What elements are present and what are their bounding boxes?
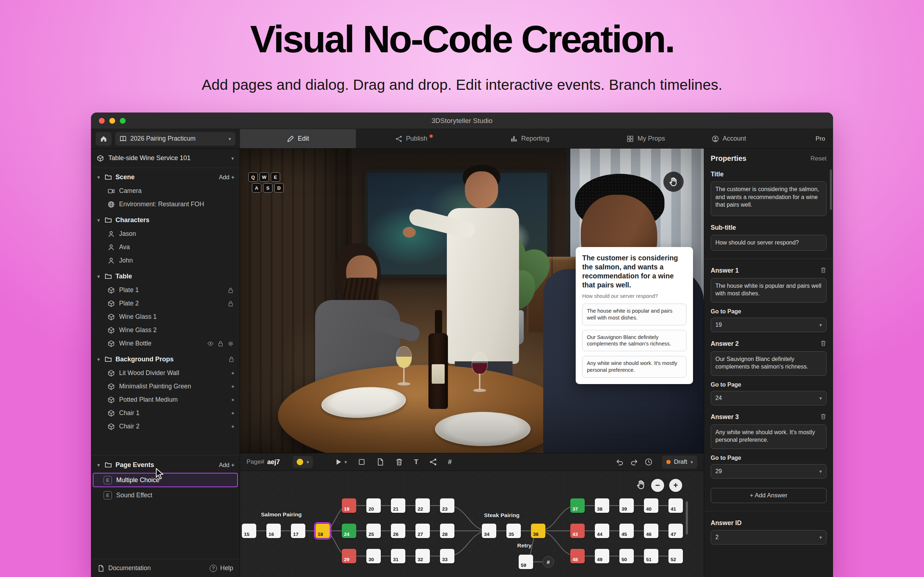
timeline-node-31[interactable]: 31 bbox=[391, 549, 405, 563]
answer-1-goto-select[interactable]: 19 ▾ bbox=[711, 318, 827, 332]
timeline-node-36[interactable]: 36 bbox=[531, 524, 545, 538]
pan-tool-button[interactable] bbox=[636, 480, 646, 491]
timeline-node-21[interactable]: 21 bbox=[391, 498, 405, 513]
timeline-node-23[interactable]: 23 bbox=[440, 498, 454, 513]
pan-hand-button[interactable] bbox=[663, 172, 683, 192]
timeline-node-17[interactable]: 17 bbox=[291, 524, 305, 538]
properties-scrollbar[interactable] bbox=[830, 169, 832, 210]
answer-id-select[interactable]: 2 ▾ bbox=[711, 530, 827, 545]
timeline-node-40[interactable]: 40 bbox=[644, 498, 658, 513]
timeline-node-48[interactable]: 48 bbox=[570, 549, 585, 563]
delete-answer-1-button[interactable] bbox=[820, 267, 827, 275]
timeline-node-46[interactable]: 46 bbox=[644, 524, 658, 538]
tree-section-table[interactable]: ▾Table bbox=[91, 269, 240, 284]
scene-plate-2[interactable] bbox=[435, 412, 531, 446]
text-tool-button[interactable]: T bbox=[414, 458, 418, 466]
tree-item-plate-1[interactable]: Plate 1 bbox=[91, 284, 240, 297]
share-tool-button[interactable] bbox=[429, 458, 437, 466]
tree-item-environment-restaurant-foh[interactable]: Environment: Restaurant FOH bbox=[91, 198, 240, 211]
timeline-node-51[interactable]: 51 bbox=[644, 549, 658, 563]
viewport-3d[interactable]: Q W E A S D The customer is considering … bbox=[240, 148, 704, 453]
timeline-node-24[interactable]: 24 bbox=[342, 524, 356, 538]
scene-selector-dropdown[interactable]: Table-side Wine Service 101 ▾ bbox=[91, 148, 240, 168]
timeline-node-19[interactable]: 19 bbox=[342, 498, 356, 513]
timeline-node-38[interactable]: 38 bbox=[595, 498, 609, 513]
redo-button[interactable] bbox=[630, 458, 638, 466]
timeline-node-50[interactable]: 50 bbox=[619, 549, 634, 563]
tree-item-chair-2[interactable]: Chair 2 bbox=[91, 420, 240, 433]
tree-item-minimalist-painting-green[interactable]: Minimalist Painting Green bbox=[91, 380, 240, 393]
dialog-answer-3[interactable]: Any white wine should work. It's mostly … bbox=[582, 356, 687, 377]
answer-2-field[interactable]: Our Sauvignon Blanc definitely complemen… bbox=[711, 351, 827, 376]
timeline-node-30[interactable]: 30 bbox=[366, 549, 381, 563]
play-button[interactable]: ▾ bbox=[334, 458, 347, 466]
timeline-node-27[interactable]: 27 bbox=[415, 524, 430, 538]
timeline-node-43[interactable]: 43 bbox=[570, 524, 585, 538]
answer-2-goto-select[interactable]: 24 ▾ bbox=[711, 391, 827, 405]
delete-page-button[interactable] bbox=[395, 458, 403, 466]
timeline-node-28[interactable]: 28 bbox=[440, 524, 454, 538]
tab-publish[interactable]: Publish bbox=[356, 129, 472, 148]
minimize-window-button[interactable] bbox=[109, 118, 115, 124]
frame-tool-button[interactable] bbox=[358, 458, 366, 466]
tree-item-jason[interactable]: Jason bbox=[91, 227, 240, 240]
delete-answer-3-button[interactable] bbox=[820, 413, 827, 421]
tree-item-wine-glass-1[interactable]: Wine Glass 1 bbox=[91, 310, 240, 324]
timeline-node-45[interactable]: 45 bbox=[619, 524, 634, 538]
tree-item-john[interactable]: John bbox=[91, 254, 240, 267]
timeline-node-26[interactable]: 26 bbox=[391, 524, 405, 538]
tab-reporting[interactable]: Reporting bbox=[472, 129, 588, 148]
reset-button[interactable]: Reset bbox=[811, 155, 827, 162]
zoom-in-button[interactable]: + bbox=[669, 479, 682, 492]
new-page-button[interactable] bbox=[376, 458, 384, 466]
timeline-node-34[interactable]: 34 bbox=[482, 524, 496, 538]
home-button[interactable] bbox=[96, 132, 111, 146]
tree-section-scene[interactable]: ▾SceneAdd + bbox=[91, 170, 240, 184]
history-button[interactable] bbox=[645, 458, 653, 466]
tree-item-lit-wood-divider-wall[interactable]: Lit Wood Divider Wall bbox=[91, 366, 240, 380]
scene-wine-bottle[interactable] bbox=[435, 310, 442, 337]
timeline-node-39[interactable]: 39 bbox=[619, 498, 634, 513]
timeline-node-32[interactable]: 32 bbox=[415, 549, 430, 563]
tree-item-ava[interactable]: Ava bbox=[91, 240, 240, 254]
zoom-out-button[interactable]: − bbox=[651, 479, 664, 492]
timeline-node-59[interactable]: 59 bbox=[519, 554, 533, 569]
timeline-node-49[interactable]: 49 bbox=[595, 549, 609, 563]
timeline-scrollbar[interactable] bbox=[686, 501, 688, 534]
tree-section-characters[interactable]: ▾Characters bbox=[91, 213, 240, 227]
add-button[interactable]: Add + bbox=[219, 462, 234, 469]
account-bar[interactable]: Account Pro bbox=[704, 129, 833, 148]
timeline-node-20[interactable]: 20 bbox=[366, 498, 381, 513]
documentation-link[interactable]: Documentation bbox=[108, 564, 151, 572]
timeline-node-37[interactable]: 37 bbox=[570, 498, 585, 513]
help-link[interactable]: ? Help bbox=[210, 564, 233, 572]
page-color-picker[interactable]: ▾ bbox=[293, 456, 313, 468]
add-button[interactable]: Add + bbox=[219, 174, 234, 181]
delete-answer-2-button[interactable] bbox=[820, 340, 827, 348]
timeline-node-47[interactable]: 47 bbox=[669, 524, 683, 538]
tree-item-potted-plant-medium[interactable]: Potted Plant Medium bbox=[91, 393, 240, 406]
undo-button[interactable] bbox=[616, 458, 624, 466]
timeline-node-52[interactable]: 52 bbox=[669, 549, 683, 563]
subtitle-field[interactable]: How should our server respond? bbox=[711, 235, 827, 251]
tree-section-background-props[interactable]: ▾Background Props bbox=[91, 352, 240, 366]
page-event-sound-effect[interactable]: E Sound Effect bbox=[93, 488, 238, 502]
status-dropdown[interactable]: Draft ▾ bbox=[662, 456, 697, 469]
tree-item-wine-bottle[interactable]: Wine Bottle bbox=[91, 337, 240, 350]
answer-3-goto-select[interactable]: 29 ▾ bbox=[711, 464, 827, 479]
tab-edit[interactable]: Edit bbox=[240, 129, 356, 148]
project-dropdown[interactable]: 2026 Pairing Practicum ▾ bbox=[115, 132, 235, 146]
title-field[interactable]: The customer is considering the salmon, … bbox=[711, 181, 827, 216]
timeline-node-41[interactable]: 41 bbox=[669, 498, 683, 513]
answer-1-field[interactable]: The house white is popular and pairs wel… bbox=[711, 278, 827, 303]
zoom-window-button[interactable] bbox=[120, 118, 126, 124]
timeline-node-16[interactable]: 16 bbox=[267, 524, 281, 538]
tree-item-wine-glass-2[interactable]: Wine Glass 2 bbox=[91, 324, 240, 337]
tree-item-chair-1[interactable]: Chair 1 bbox=[91, 406, 240, 420]
timeline-panel[interactable]: − + 151617181920212223242526272829303132… bbox=[240, 471, 704, 577]
timeline-badge-hash[interactable]: # bbox=[543, 556, 554, 567]
tree-item-plate-2[interactable]: Plate 2 bbox=[91, 297, 240, 310]
timeline-node-29[interactable]: 29 bbox=[342, 549, 356, 563]
timeline-node-25[interactable]: 25 bbox=[366, 524, 381, 538]
timeline-node-18[interactable]: 18 bbox=[315, 524, 330, 538]
